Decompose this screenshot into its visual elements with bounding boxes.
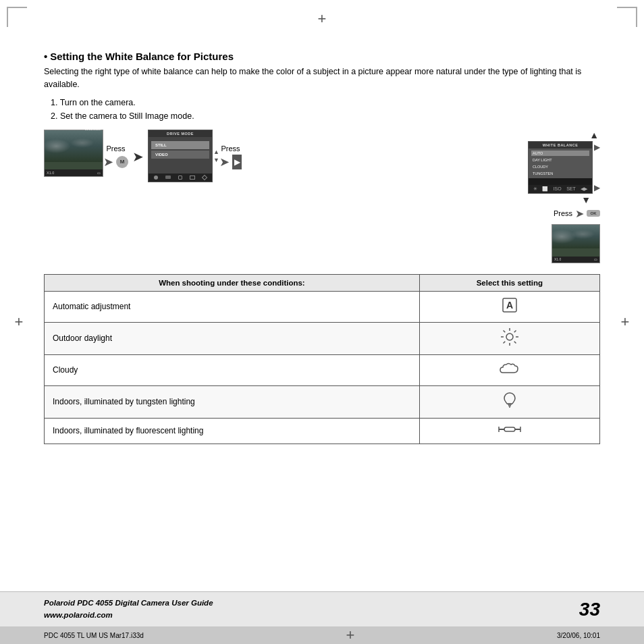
- table-row: Indoors, illuminated by fluorescent ligh…: [45, 418, 600, 444]
- table-row: Cloudy: [45, 354, 600, 385]
- drive-item-still: STILL: [151, 141, 209, 149]
- steps: 1. Turn on the camera. 2. Set the camera…: [51, 96, 600, 123]
- table-row: Outdoor daylight: [45, 322, 600, 354]
- corner-mark-tr: [617, 7, 637, 27]
- drive-icon-diamond: [201, 175, 207, 180]
- icon-auto-wb: A: [419, 291, 599, 322]
- icon-cloud: [419, 354, 599, 385]
- step2: 2. Set the camera to Still Image mode.: [51, 109, 600, 123]
- svg-line-8: [514, 341, 516, 343]
- press2-block: Press ➤ ▶: [219, 144, 242, 169]
- crosshair-right: [618, 315, 632, 329]
- table-header-setting: Select this setting: [419, 274, 599, 291]
- footer: Polaroid PDC 4055 Digital Camera User Gu…: [0, 591, 644, 626]
- cam1-screen: 🔲 ▲ ▲ 2048X15360016 X1.0 ▭: [44, 130, 103, 177]
- svg-line-10: [503, 341, 505, 343]
- print-date: 3/20/06, 10:01: [557, 632, 600, 639]
- cam2-battery: ▭: [594, 257, 597, 261]
- crosshair-bottom: [344, 628, 357, 642]
- footer-website: www.polaroid.com: [44, 610, 213, 622]
- condition-fluorescent: Indoors, illuminated by fluorescent ligh…: [45, 418, 420, 444]
- cam1-zoom: X1.0: [47, 171, 54, 175]
- wb-item-tungsten: TUNGSTEN: [531, 171, 589, 176]
- drive-mode-block: DRIVE MODE STILL VIDEO ▲: [148, 130, 213, 182]
- table-row: Automatic adjustment A: [45, 291, 600, 322]
- file-info: PDC 4055 TL UM US Mar17.i33d: [44, 632, 144, 639]
- wb-title: WHITE BALANCE: [529, 142, 592, 149]
- drive-body: STILL VIDEO: [149, 137, 212, 179]
- arrow2-icon: ➤: [219, 155, 230, 169]
- press3-block: Press ➤ OK: [554, 207, 600, 220]
- m-button: M: [116, 156, 128, 168]
- press2-label: Press: [221, 144, 240, 153]
- press1-arrow-m: ➤ M: [103, 155, 128, 169]
- drive-side-arrows: ▲ ▼: [213, 136, 219, 176]
- svg-text:A: A: [506, 300, 513, 311]
- up-arrow-icon: ▲: [589, 130, 599, 140]
- drive-up-arrow: ▲: [213, 149, 219, 155]
- drive-item-video: VIDEO: [151, 151, 209, 159]
- wb-icon2: ⬜: [542, 186, 548, 192]
- drive-icon-grid: [178, 176, 182, 180]
- press1-label: Press: [106, 144, 125, 153]
- settings-table: When shooting under these conditions: Se…: [44, 274, 600, 444]
- intro-text: Selecting the right type of white balanc…: [44, 65, 600, 92]
- arrow-above-wb: ▲: [528, 130, 600, 140]
- svg-line-9: [514, 330, 516, 332]
- table-header-condition: When shooting under these conditions:: [45, 274, 420, 291]
- svg-line-7: [503, 330, 505, 332]
- cam2-bottombar: X1.0 ▭: [552, 257, 599, 263]
- footer-brand: Polaroid PDC 4055 Digital Camera User Gu…: [44, 597, 213, 610]
- condition-cloudy: Cloudy: [45, 354, 420, 385]
- diagrams-row: 🔲 ▲ ▲ 2048X15360016 X1.0 ▭ Press ➤: [44, 130, 600, 263]
- wb-side-arrows: ▶ ▶: [594, 141, 600, 194]
- drive-icon-camera: [154, 176, 158, 180]
- press3-label: Press: [554, 209, 572, 217]
- drive-screen: DRIVE MODE STILL VIDEO: [148, 130, 213, 182]
- condition-tungsten: Indoors, illuminated by tungsten lightin…: [45, 385, 420, 418]
- wb-right-arrow1: ▶: [594, 142, 600, 152]
- arrow3-icon: ➤: [575, 207, 584, 220]
- wb-item-auto: AUTO: [531, 151, 589, 156]
- footer-brand-block: Polaroid PDC 4055 Digital Camera User Gu…: [44, 597, 213, 622]
- crosshair-left: [12, 315, 26, 329]
- bullet-point: •: [44, 51, 47, 62]
- ok-button: OK: [587, 210, 600, 217]
- drive-title: DRIVE MODE: [149, 130, 212, 137]
- cam1-battery: ▭: [97, 171, 101, 175]
- bottom-strip: PDC 4055 TL UM US Mar17.i33d 3/20/06, 10…: [0, 626, 644, 644]
- arrow1-icon: ➤: [103, 155, 113, 169]
- drive-icon-arrow: [190, 176, 195, 180]
- wb-icon3: ISO: [554, 186, 562, 191]
- wb-screen: WHITE BALANCE AUTO DAY LIGHT CLOUDY TUNG…: [528, 141, 593, 194]
- table-row: Indoors, illuminated by tungsten lightin…: [45, 385, 600, 418]
- arrow-below-wb: ▼: [528, 194, 600, 205]
- cam1-bottombar: X1.0 ▭: [45, 169, 103, 176]
- wb-right-arrow2: ▶: [594, 183, 600, 192]
- press1-block: Press ➤ M: [103, 144, 128, 169]
- wb-body: AUTO DAY LIGHT CLOUDY TUNGSTEN: [529, 149, 592, 178]
- section-title: Setting the White Balance for Pictures: [50, 51, 234, 62]
- drive-down-arrow: ▼: [213, 157, 219, 163]
- cam2-main: [552, 225, 599, 248]
- wb-item-daylight: DAY LIGHT: [531, 157, 589, 163]
- down-arrow-icon: ▼: [581, 194, 591, 205]
- wb-row: WHITE BALANCE AUTO DAY LIGHT CLOUDY TUNG…: [528, 141, 600, 194]
- crosshair-top: [315, 12, 329, 26]
- flow-arrow1: ➤: [128, 149, 148, 165]
- cam1-block: 🔲 ▲ ▲ 2048X15360016 X1.0 ▭: [44, 130, 103, 177]
- page: • Setting the White Balance for Pictures…: [0, 0, 644, 644]
- svg-rect-15: [504, 427, 515, 431]
- condition-daylight: Outdoor daylight: [45, 322, 420, 354]
- step1: 1. Turn on the camera.: [51, 96, 600, 109]
- cam1-main: [45, 130, 103, 162]
- icon-sun: [419, 322, 599, 354]
- play-button: ▶: [232, 155, 242, 169]
- footer-page-number: 33: [579, 599, 600, 620]
- icon-bulb: [419, 385, 599, 418]
- wb-item-cloudy: CLOUDY: [531, 164, 589, 169]
- section-header: • Setting the White Balance for Pictures: [44, 51, 600, 62]
- cam2-screen: 🔲 ✳ ▲ 2048X15360016 X1.0 ▭: [552, 224, 600, 263]
- corner-mark-tl: [7, 7, 27, 27]
- wb-bottombar: ✳ ⬜ ISO SET ◀▶: [529, 185, 592, 193]
